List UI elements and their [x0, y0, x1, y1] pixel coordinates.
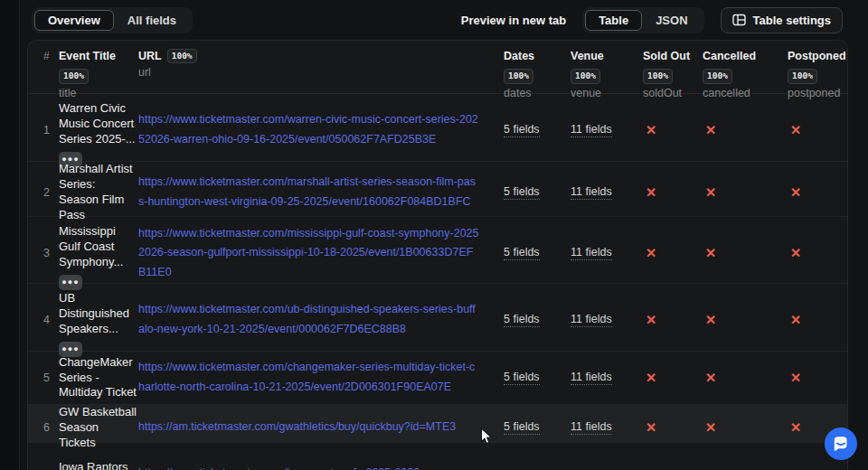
coverage-badge: 100%: [788, 69, 817, 83]
url-cell: https://www.ticketmaster.com/mississippi…: [138, 217, 504, 290]
postponed-false-icon: ✕: [790, 123, 801, 137]
column-label: Venue: [571, 49, 604, 63]
tab-table[interactable]: Table: [585, 10, 642, 31]
table-row: 5ChangeMaker Series - Multiday Tickethtt…: [28, 352, 847, 405]
column-header: #: [28, 49, 59, 100]
postponed-cell: ✕: [788, 352, 848, 404]
venue-cell: 11 fields: [571, 284, 643, 357]
dates-cell: 5 fields: [504, 94, 571, 167]
column-header: Cancelled100%cancelled: [703, 49, 788, 100]
tab-overview[interactable]: Overview: [34, 10, 114, 31]
sold-out-cell: ✕: [643, 162, 703, 223]
url-cell: https://www.ticketmaster.com/ub-distingu…: [138, 284, 504, 357]
preview-in-new-tab-link[interactable]: Preview in new tab: [461, 14, 566, 27]
event-title-cell: ChangeMaker Series - Multiday Ticket: [59, 352, 138, 404]
row-index: 4: [28, 284, 59, 357]
postponed-false-icon: ✕: [790, 246, 801, 260]
table-row: 4UB Distinguished Speakers...●●●https://…: [28, 284, 847, 352]
sold-out-false-icon: ✕: [646, 185, 656, 200]
postponed-cell: ✕: [788, 217, 848, 290]
table-row: 3Mississippi Gulf Coast Symphony...●●●ht…: [28, 217, 847, 284]
postponed-cell: ✕: [788, 284, 848, 357]
column-label: Sold Out: [643, 49, 690, 63]
dates-cell: 5 fields: [504, 352, 571, 404]
toolbar: OverviewAll fields Preview in new tab Ta…: [20, 0, 868, 40]
table-row: 1Warren Civic Music Concert Series 2025-…: [28, 94, 847, 162]
dates-fields-link[interactable]: 5 fields: [504, 313, 540, 327]
table-body: 1Warren Civic Music Concert Series 2025-…: [28, 94, 847, 470]
venue-fields-link[interactable]: 11 fields: [571, 185, 612, 200]
column-label: URL: [138, 49, 162, 63]
column-header: Event Title100%title: [59, 49, 138, 100]
dates-fields-link[interactable]: 5 fields: [504, 246, 540, 260]
column-label: Cancelled: [703, 49, 756, 63]
table-row: 2Marshall Artist Series: Season Film Pas…: [28, 162, 847, 217]
cancelled-false-icon: ✕: [705, 246, 716, 260]
event-title: UB Distinguished Speakers...: [59, 291, 138, 337]
cancelled-cell: ✕: [703, 94, 788, 167]
event-title-cell: UB Distinguished Speakers...●●●: [59, 284, 138, 357]
venue-fields-link[interactable]: 11 fields: [571, 371, 612, 385]
venue-fields-link[interactable]: 11 fields: [571, 420, 612, 435]
coverage-badge: 100%: [703, 69, 732, 83]
column-label: Postponed: [788, 49, 846, 63]
intercom-chat-icon: [825, 428, 857, 460]
postponed-false-icon: ✕: [790, 185, 801, 200]
tab-json[interactable]: JSON: [642, 10, 701, 31]
table-header: #Event Title100%titleURL100%urlDates100%…: [28, 41, 847, 94]
sold-out-false-icon: ✕: [646, 246, 656, 260]
dates-fields-link[interactable]: 5 fields: [504, 371, 540, 385]
view-switcher: OverviewAll fields: [32, 7, 193, 33]
event-url-link[interactable]: https://www.ticketmaster.com/changemaker…: [138, 358, 480, 398]
postponed-false-icon: ✕: [790, 420, 801, 435]
event-url-link[interactable]: https://www.ticketmaster.com/marshall-ar…: [138, 173, 480, 212]
venue-fields-link[interactable]: 11 fields: [571, 313, 612, 327]
cancelled-cell: ✕: [703, 217, 788, 290]
event-url-link[interactable]: https://www.ticketmaster.com/ub-distingu…: [138, 300, 480, 340]
cancelled-cell: ✕: [703, 443, 788, 470]
format-switcher: TableJSON: [582, 7, 703, 33]
event-url-link[interactable]: https://www.ticketmaster.com/iowa-raptor…: [138, 464, 480, 470]
table-row: 6GW Basketball Season Ticketshttps://am.…: [28, 405, 847, 443]
column-header: Dates100%dates: [504, 49, 571, 100]
event-title-cell: Marshall Artist Series: Season Film Pass: [59, 162, 138, 223]
sold-out-false-icon: ✕: [646, 371, 656, 385]
postponed-cell: ✕: [788, 94, 848, 167]
table-settings-button[interactable]: Table settings: [721, 7, 843, 33]
event-url-link[interactable]: https://am.ticketmaster.com/gwathletics/…: [138, 418, 456, 437]
table-settings-label: Table settings: [753, 14, 831, 27]
venue-fields-link[interactable]: 11 fields: [571, 123, 612, 137]
cancelled-cell: ✕: [703, 162, 788, 223]
dates-fields-link[interactable]: 5 fields: [504, 185, 540, 200]
table-columns-icon: [732, 14, 746, 26]
cancelled-false-icon: ✕: [705, 185, 716, 200]
sold-out-cell: ✕: [643, 284, 703, 357]
column-label: Event Title: [59, 49, 116, 63]
event-url-link[interactable]: https://www.ticketmaster.com/warren-civi…: [138, 110, 480, 150]
venue-cell: 11 fields: [571, 162, 643, 223]
event-title: Mississippi Gulf Coast Symphony...: [59, 224, 138, 270]
event-title: Marshall Artist Series: Season Film Pass: [59, 162, 138, 223]
table-row: 7Iowa Raptors FC 2025 - 2026https://www.…: [28, 443, 847, 470]
column-header: Venue100%venue: [571, 49, 643, 100]
cancelled-false-icon: ✕: [705, 420, 716, 435]
venue-cell: 11 fields: [571, 443, 643, 470]
url-cell: https://www.ticketmaster.com/changemaker…: [138, 352, 504, 404]
venue-cell: 11 fields: [571, 217, 643, 290]
tab-all-fields[interactable]: All fields: [114, 10, 190, 31]
event-url-link[interactable]: https://www.ticketmaster.com/mississippi…: [138, 224, 480, 284]
chat-launcher[interactable]: [825, 428, 857, 460]
row-index: 2: [28, 162, 59, 223]
event-title: Iowa Raptors FC 2025 - 2026: [59, 460, 138, 470]
dates-cell: 5 fields: [504, 284, 571, 357]
venue-cell: 11 fields: [571, 352, 643, 404]
coverage-badge: 100%: [571, 69, 600, 83]
cancelled-cell: ✕: [703, 284, 788, 357]
row-index: 1: [28, 94, 59, 167]
dates-fields-link[interactable]: 5 fields: [504, 420, 540, 435]
column-header: URL100%url: [138, 49, 504, 100]
event-title-cell: Mississippi Gulf Coast Symphony...●●●: [59, 217, 138, 290]
dates-fields-link[interactable]: 5 fields: [504, 123, 540, 137]
venue-fields-link[interactable]: 11 fields: [571, 246, 612, 260]
event-title: ChangeMaker Series - Multiday Ticket: [59, 355, 138, 401]
